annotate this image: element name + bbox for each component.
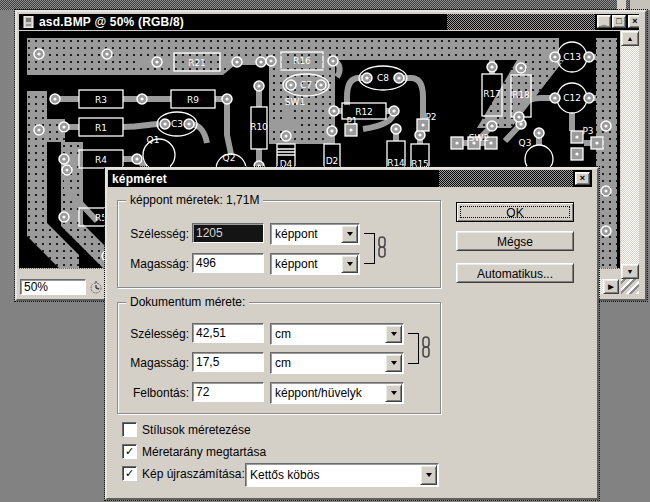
constrain-proportions-checkbox[interactable]: ✓: [122, 444, 137, 459]
pcb-label-R16: R16: [293, 56, 311, 66]
zoom-level-input[interactable]: [20, 279, 86, 295]
pixel-link-bracket: [364, 233, 375, 264]
resolution-label: Felbontás:: [121, 386, 189, 400]
resample-method-dropdown[interactable]: Kettős köbös: [245, 463, 439, 487]
pcb-label-Q1: Q1: [147, 135, 160, 145]
scroll-up-button[interactable]: ▲: [621, 31, 639, 46]
chain-link-icon: [421, 336, 431, 361]
document-icon: [23, 16, 35, 30]
auto-button[interactable]: Automatikus...: [456, 263, 574, 283]
pcb-label-Q2: Q2: [223, 153, 236, 163]
close-button[interactable]: ×: [628, 15, 639, 28]
vertical-scroll-track[interactable]: [621, 46, 639, 264]
doc-height-input[interactable]: [192, 352, 264, 372]
pixel-height-label: Magasság:: [121, 257, 189, 271]
pcb-label-R18: R18: [512, 90, 530, 100]
constrain-proportions-label: Méretarány megtartása: [142, 445, 266, 459]
resample-method-value: Kettős köbös: [246, 468, 419, 482]
image-window-titlebar[interactable]: asd.BMP @ 50% (RGB/8) _ □ ×: [19, 14, 639, 30]
pcb-label-SW2: SW2: [469, 133, 489, 143]
scale-styles-label: Stílusok méretezése: [142, 423, 251, 437]
doc-width-unit-value: cm: [271, 327, 384, 341]
pcb-label-C13: C13: [563, 52, 581, 62]
pcb-label-C12: C12: [563, 93, 581, 103]
resample-image-label: Kép újraszámítása:: [142, 467, 245, 481]
chain-link-icon: [377, 236, 387, 261]
pcb-label-Q3: Q3: [519, 138, 532, 148]
pcb-label-D2: D2: [326, 156, 339, 166]
dropdown-arrow-icon[interactable]: [341, 225, 358, 243]
pixel-height-unit-value: képpont: [271, 257, 340, 271]
doc-height-unit-value: cm: [271, 356, 384, 370]
dialog-titlebar[interactable]: képméret ×: [108, 170, 592, 187]
app-top-right-block: [617, 0, 626, 10]
document-size-legend: Dokumentum mérete:: [126, 295, 249, 309]
resize-grip[interactable]: [621, 279, 639, 294]
app-top-strip: [0, 0, 650, 10]
pcb-label-C8: C8: [377, 73, 389, 83]
pcb-label-C7: C7: [300, 80, 312, 90]
dropdown-arrow-icon[interactable]: [341, 255, 358, 273]
doc-height-unit-dropdown[interactable]: cm: [270, 352, 404, 374]
pcb-label-P3: P3: [582, 126, 593, 136]
resolution-unit-value: képpont/hüvelyk: [271, 386, 384, 400]
pcb-label-P2: P2: [425, 112, 436, 122]
pcb-label-R3: R3: [95, 95, 107, 105]
scale-styles-checkbox[interactable]: [122, 422, 137, 437]
dialog-title: képméret: [108, 172, 167, 186]
resolution-unit-dropdown[interactable]: képpont/hüvelyk: [270, 382, 404, 404]
maximize-button[interactable]: □: [612, 15, 626, 28]
doc-width-unit-dropdown[interactable]: cm: [270, 323, 404, 345]
doc-width-input[interactable]: [192, 323, 264, 343]
doc-link-bracket: [408, 333, 419, 364]
minimize-button[interactable]: _: [597, 15, 611, 28]
pcb-label-R1: R1: [95, 123, 107, 133]
ok-button[interactable]: OK: [456, 202, 574, 222]
pcb-label-R21: R21: [188, 58, 206, 68]
pcb-label-R9: R9: [187, 95, 199, 105]
dropdown-arrow-icon[interactable]: [385, 325, 402, 343]
dialog-titlebar-dither: [439, 170, 573, 187]
pixel-width-unit-dropdown[interactable]: képpont: [270, 223, 360, 245]
scroll-down-button[interactable]: ▼: [621, 264, 639, 279]
pcb-label-C3: C3: [171, 119, 183, 129]
image-size-dialog: képméret × képpont méretek: 1,71M Széles…: [105, 167, 599, 500]
pixel-height-unit-dropdown[interactable]: képpont: [270, 253, 360, 275]
dropdown-arrow-icon[interactable]: [420, 465, 437, 485]
image-window-title: asd.BMP @ 50% (RGB/8): [35, 15, 184, 29]
pcb-label-R17: R17: [483, 89, 501, 99]
app-top-right-panel: [629, 0, 650, 10]
pixel-width-label: Szélesség:: [121, 227, 189, 241]
dropdown-arrow-icon[interactable]: [385, 384, 402, 402]
pcb-label-P1: P1: [346, 116, 357, 126]
dialog-close-button[interactable]: ×: [575, 172, 590, 185]
resolution-input[interactable]: [192, 382, 264, 402]
pcb-label-SW1: SW1: [285, 97, 305, 107]
vertical-scrollbar[interactable]: ▲ ▼: [621, 31, 639, 279]
pcb-label-R10: R10: [250, 122, 268, 132]
pixel-width-input[interactable]: [192, 223, 264, 243]
timer-icon[interactable]: [89, 280, 103, 297]
titlebar-dither: [447, 14, 595, 30]
doc-width-label: Szélesség:: [121, 327, 189, 341]
pixel-width-unit-value: képpont: [271, 227, 340, 241]
pcb-label-R4: R4: [95, 155, 107, 165]
pixel-height-input[interactable]: [192, 253, 264, 273]
pixel-dimensions-legend: képpont méretek: 1,71M: [126, 193, 263, 207]
cancel-button[interactable]: Mégse: [456, 231, 574, 251]
dropdown-arrow-icon[interactable]: [385, 354, 402, 372]
pcb-label-R12: R12: [355, 107, 373, 117]
doc-height-label: Magasság:: [121, 356, 189, 370]
resample-image-checkbox[interactable]: ✓: [122, 466, 137, 481]
scroll-right-button[interactable]: ▶: [603, 279, 619, 294]
